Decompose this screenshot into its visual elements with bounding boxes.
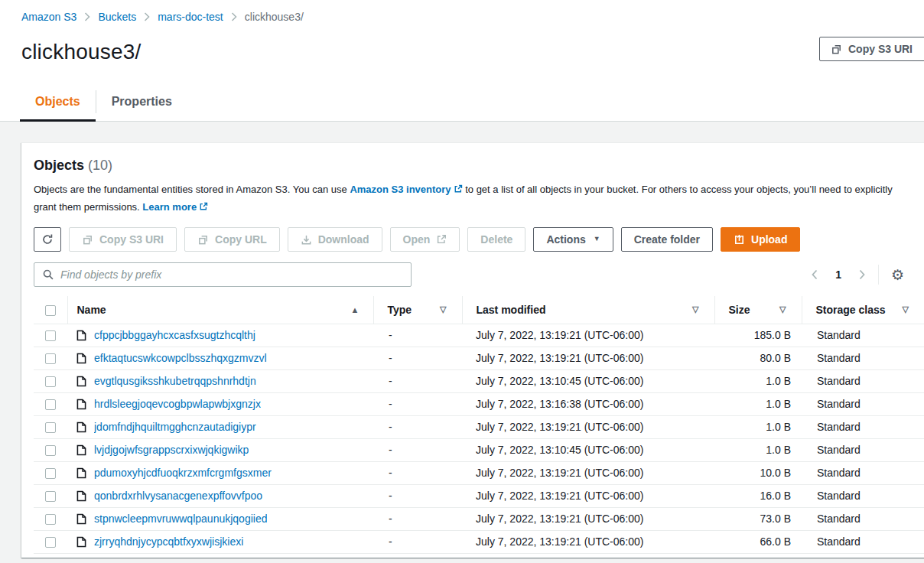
copy-s3-uri-header-label: Copy S3 URI: [848, 43, 913, 55]
column-header-storage-class[interactable]: Storage class ▽: [802, 296, 924, 324]
row-checkbox[interactable]: [45, 422, 56, 433]
object-name-link[interactable]: cfppcjbbggayhcxcasfxsugtzhcqlthj: [94, 329, 255, 341]
breadcrumb: Amazon S3 Buckets mars-doc-test clickhou…: [21, 11, 924, 23]
object-last-modified: July 7, 2022, 13:16:38 (UTC-06:00): [462, 392, 714, 415]
object-storage-class: Standard: [802, 415, 924, 438]
object-storage-class: Standard: [802, 484, 924, 507]
next-page-button[interactable]: [857, 268, 867, 282]
object-last-modified: July 7, 2022, 13:19:21 (UTC-06:00): [462, 324, 714, 347]
learn-more-link[interactable]: Learn more: [142, 201, 208, 213]
breadcrumb-buckets[interactable]: Buckets: [98, 11, 136, 23]
breadcrumb-bucket-name[interactable]: mars-doc-test: [158, 11, 223, 23]
file-icon: [76, 490, 86, 502]
open-button[interactable]: Open: [390, 227, 460, 252]
object-size: 73.0 B: [714, 507, 802, 530]
row-checkbox[interactable]: [45, 330, 56, 341]
column-header-name[interactable]: Name ▲: [67, 296, 373, 324]
copy-s3-uri-button[interactable]: Copy S3 URI: [69, 227, 177, 252]
column-header-last-modified[interactable]: Last modified ▽: [462, 296, 714, 324]
chevron-right-icon: [231, 12, 237, 21]
table-row: jdomfndjhquiltmgghcnzautadigiypr - July …: [34, 415, 924, 438]
object-name-link[interactable]: efktaqtucswkcowpclbsszhqxgzmvzvl: [94, 352, 267, 364]
download-label: Download: [318, 233, 369, 246]
sort-ascending-icon[interactable]: ▲: [351, 305, 360, 314]
object-size: 10.0 B: [714, 461, 802, 484]
select-all-checkbox[interactable]: [45, 305, 56, 316]
panel-title-text: Objects: [34, 158, 84, 173]
object-name-link[interactable]: hrdlsleegjoqevcogbpwlapwbjxgnzjx: [94, 398, 261, 410]
object-size: 1.0 B: [714, 369, 802, 392]
objects-panel: Objects (10) Objects are the fundamental…: [21, 142, 924, 558]
table-row: qonbrdxrhlvysanacgenexpffovvfpoo - July …: [34, 484, 924, 507]
row-checkbox[interactable]: [45, 468, 56, 479]
upload-label: Upload: [751, 233, 787, 246]
tab-objects[interactable]: Objects: [20, 86, 96, 121]
sort-icon[interactable]: ▽: [692, 304, 698, 314]
inventory-link-label: Amazon S3 inventory: [350, 184, 451, 195]
amazon-s3-inventory-link[interactable]: Amazon S3 inventory: [350, 184, 462, 195]
object-name-link[interactable]: stpnwcleepmvruwwqlpaunukjqogiied: [94, 513, 267, 525]
column-label-name: Name: [77, 304, 106, 316]
actions-dropdown-button[interactable]: Actions ▼: [533, 227, 613, 252]
table-row: evgtlqusgiksshkubetrqqpshnrhdtjn - July …: [34, 369, 924, 392]
object-size: 80.0 B: [714, 347, 802, 369]
object-size: 1.0 B: [714, 392, 802, 415]
file-icon: [76, 536, 86, 548]
delete-button[interactable]: Delete: [467, 227, 525, 252]
file-icon: [76, 330, 86, 341]
object-size: 16.0 B: [714, 484, 802, 507]
row-checkbox[interactable]: [45, 514, 56, 525]
object-name-link[interactable]: evgtlqusgiksshkubetrqqpshnrhdtjn: [94, 375, 256, 387]
controls-divider: [878, 265, 879, 285]
search-icon: [42, 268, 54, 281]
row-checkbox[interactable]: [45, 537, 56, 548]
copy-url-button[interactable]: Copy URL: [184, 227, 280, 252]
object-name-link[interactable]: lvjdjgojwfsgrappscrxixwjqkigwikp: [94, 444, 249, 456]
sort-icon[interactable]: ▽: [903, 304, 909, 314]
object-last-modified: July 7, 2022, 13:19:21 (UTC-06:00): [462, 484, 714, 507]
create-folder-label: Create folder: [634, 233, 700, 246]
object-type: -: [373, 392, 462, 415]
sort-icon[interactable]: ▽: [440, 304, 446, 314]
column-header-size[interactable]: Size ▽: [714, 296, 802, 324]
top-header: Amazon S3 Buckets mars-doc-test clickhou…: [0, 0, 924, 23]
tab-properties[interactable]: Properties: [96, 86, 187, 121]
previous-page-button[interactable]: [809, 268, 820, 282]
object-type: -: [373, 369, 462, 392]
object-size: 185.0 B: [714, 324, 802, 347]
refresh-button[interactable]: [34, 227, 61, 252]
row-checkbox[interactable]: [45, 376, 56, 387]
object-name-link[interactable]: zjrryqhdnjycypcqbtfxyxwjisjkiexi: [94, 535, 243, 548]
refresh-icon: [41, 233, 54, 246]
row-checkbox[interactable]: [45, 399, 56, 410]
caret-down-icon: ▼: [594, 235, 600, 242]
content-area: Objects (10) Objects are the fundamental…: [0, 122, 924, 563]
download-button[interactable]: Download: [288, 227, 382, 252]
object-name-link[interactable]: qonbrdxrhlvysanacgenexpffovvfpoo: [94, 490, 262, 502]
object-last-modified: July 7, 2022, 13:19:21 (UTC-06:00): [462, 415, 714, 438]
object-name-link[interactable]: pdumoxyhjcdfuoqkrzxmfcrgmfgsxmer: [94, 467, 272, 479]
current-page-number[interactable]: 1: [831, 268, 846, 281]
object-count: (10): [88, 158, 112, 173]
row-checkbox[interactable]: [45, 445, 56, 456]
open-label: Open: [403, 233, 431, 246]
object-name-link[interactable]: jdomfndjhquiltmgghcnzautadigiypr: [94, 421, 256, 433]
object-storage-class: Standard: [802, 324, 924, 347]
table-row: pdumoxyhjcdfuoqkrzxmfcrgmfgsxmer - July …: [34, 461, 924, 484]
table-header-row: Name ▲ Type ▽ Last modif: [34, 296, 924, 324]
chevron-right-icon: [144, 12, 150, 21]
copy-s3-uri-header-button[interactable]: Copy S3 URI: [819, 37, 924, 61]
create-folder-button[interactable]: Create folder: [621, 227, 713, 252]
column-header-type[interactable]: Type ▽: [373, 296, 462, 324]
sort-icon[interactable]: ▽: [779, 304, 786, 314]
object-type: -: [373, 530, 462, 553]
row-checkbox[interactable]: [45, 353, 56, 364]
row-checkbox[interactable]: [45, 491, 56, 502]
search-input[interactable]: [60, 268, 403, 281]
preferences-gear-button[interactable]: ⚙: [890, 268, 906, 282]
file-icon: [76, 376, 86, 387]
breadcrumb-amazon-s3[interactable]: Amazon S3: [21, 11, 76, 23]
upload-button[interactable]: Upload: [721, 227, 800, 252]
object-size: 66.0 B: [714, 530, 802, 553]
object-last-modified: July 7, 2022, 13:10:45 (UTC-06:00): [462, 438, 714, 461]
